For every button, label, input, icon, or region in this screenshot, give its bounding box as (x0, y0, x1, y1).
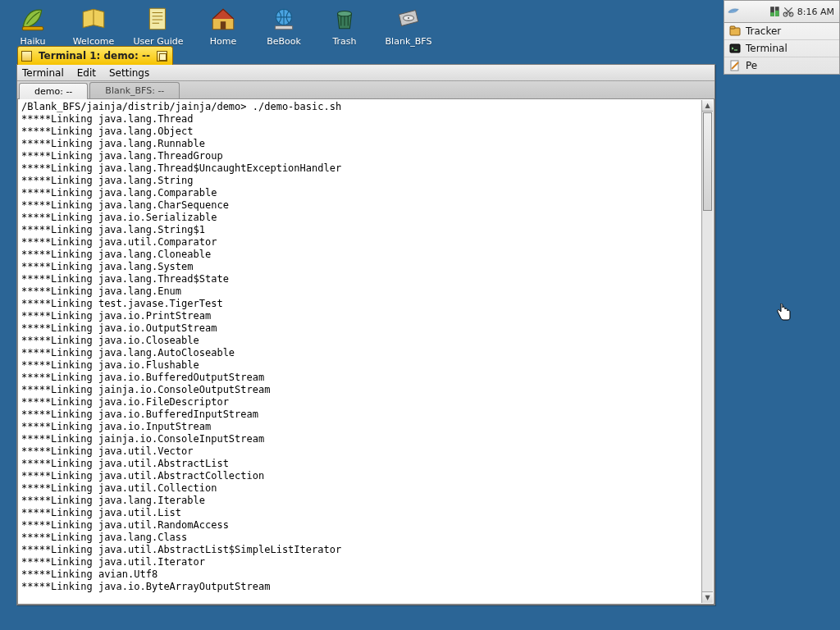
svg-rect-16 (730, 44, 740, 52)
leaf-icon (17, 3, 48, 34)
menubar: Terminal Edit Settings (17, 65, 714, 81)
cursor-hand-icon (776, 304, 792, 322)
terminal-tab-blankbfs[interactable]: Blank_BFS: -- (89, 82, 180, 98)
terminal-output[interactable]: /Blank_BFS/jainja/distrib/jainja/demo> .… (18, 99, 714, 604)
desktop-icon-label: Trash (332, 34, 356, 47)
desktop-icon-label: Welcome (73, 34, 114, 47)
deskbar-tray[interactable]: 8:16 AM (724, 0, 840, 23)
terminal-icon (729, 43, 741, 54)
tray-status-icons (769, 6, 794, 17)
desktop-icon-welcome[interactable]: Welcome (72, 3, 115, 47)
tab-label: demo: -- (34, 86, 72, 97)
window-title: Terminal 1: demo: -- (39, 50, 150, 62)
desktop-icons: Haiku Welcome User Guide Home BeBook Tra… (11, 3, 433, 47)
trash-icon (329, 3, 360, 34)
tracker-icon (729, 25, 741, 37)
window-title-tab[interactable]: Terminal 1: demo: -- (17, 46, 173, 65)
svg-rect-15 (730, 26, 735, 29)
svg-point-5 (338, 11, 352, 16)
scroll-thumb[interactable] (703, 112, 712, 211)
svg-rect-0 (22, 27, 43, 30)
zoom-button[interactable] (157, 51, 167, 62)
svg-rect-10 (770, 12, 774, 16)
svg-point-7 (408, 17, 409, 19)
svg-rect-1 (149, 8, 165, 30)
scroll-up-icon[interactable]: ▲ (702, 100, 713, 112)
desktop-icon-blankbfs[interactable]: Blank_BFS (384, 3, 433, 47)
cpu-meter-icon (769, 6, 781, 17)
home-icon (208, 3, 239, 34)
book-icon (78, 3, 109, 34)
close-button[interactable] (21, 51, 32, 62)
desktop-icon-label: BeBook (267, 34, 301, 47)
menu-settings[interactable]: Settings (109, 67, 149, 79)
svg-rect-11 (775, 11, 779, 16)
desktop-icon-haiku[interactable]: Haiku (11, 3, 54, 47)
terminal-tab-demo[interactable]: demo: -- (19, 83, 88, 99)
clock[interactable]: 8:16 AM (797, 7, 834, 17)
scissors-icon (783, 6, 794, 17)
desktop-icon-userguide[interactable]: User Guide (133, 3, 184, 47)
task-terminal[interactable]: Terminal (724, 39, 839, 57)
svg-rect-4 (275, 26, 292, 30)
desktop-icon-label: Home (210, 34, 236, 47)
task-pe[interactable]: Pe (724, 57, 839, 74)
menu-terminal[interactable]: Terminal (22, 67, 64, 79)
deskbar-tasklist: Tracker Terminal Pe (724, 23, 840, 75)
terminal-area: /Blank_BFS/jainja/distrib/jainja/demo> .… (17, 99, 714, 605)
svg-rect-2 (221, 21, 226, 30)
desktop-icon-home[interactable]: Home (202, 3, 244, 47)
desktop-icon-trash[interactable]: Trash (323, 3, 366, 47)
task-tracker[interactable]: Tracker (724, 23, 839, 39)
desktop-icon-label: Haiku (20, 34, 45, 47)
task-label: Pe (746, 60, 757, 71)
desktop-icon-bebook[interactable]: BeBook (262, 3, 305, 47)
tab-label: Blank_BFS: -- (105, 85, 164, 96)
leaf-menu-icon[interactable] (728, 5, 766, 19)
globe-icon (268, 3, 299, 34)
task-label: Terminal (746, 43, 788, 54)
scroll-down-icon[interactable]: ▼ (702, 591, 713, 603)
drive-icon (393, 3, 424, 34)
deskbar: 8:16 AM Tracker Terminal Pe (724, 0, 840, 75)
terminal-tabbar: demo: -- Blank_BFS: -- (17, 81, 714, 99)
pe-icon (729, 60, 741, 71)
desktop-icon-label: User Guide (134, 34, 184, 47)
terminal-window: Terminal 1: demo: -- Terminal Edit Setti… (16, 64, 715, 605)
desktop-icon-label: Blank_BFS (386, 34, 432, 47)
document-icon (143, 3, 174, 34)
menu-edit[interactable]: Edit (77, 67, 96, 79)
scrollbar-vertical[interactable]: ▲ ▼ (701, 100, 713, 603)
task-label: Tracker (746, 25, 781, 37)
